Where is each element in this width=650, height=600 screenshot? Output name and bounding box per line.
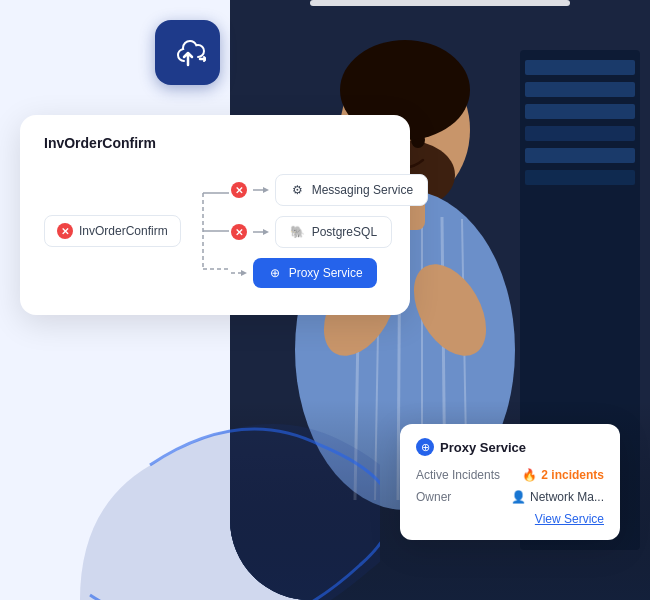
popup-header: ⊕ Proxy Service	[416, 438, 604, 456]
svg-marker-34	[263, 229, 269, 235]
svg-marker-32	[263, 187, 269, 193]
svg-rect-5	[525, 104, 635, 119]
postgresql-branch: ✕ 🐘 PostgreSQL	[231, 216, 428, 248]
postgresql-node: 🐘 PostgreSQL	[275, 216, 392, 248]
error-icon-messaging: ✕	[231, 182, 247, 198]
error-icon-postgresql: ✕	[231, 224, 247, 240]
messaging-service-node: ⚙ Messaging Service	[275, 174, 428, 206]
svg-rect-4	[525, 82, 635, 97]
service-nodes: ✕ ⚙ Messaging Service ✕	[231, 174, 428, 288]
svg-rect-1	[310, 0, 570, 6]
proxy-service-node[interactable]: ⊕ Proxy Service	[253, 258, 377, 288]
svg-rect-8	[525, 170, 635, 185]
popup-service-icon: ⊕	[416, 438, 434, 456]
view-service-link[interactable]: View Service	[416, 512, 604, 526]
proxy-service-label: Proxy Service	[289, 266, 363, 280]
popup-incidents-label: Active Incidents	[416, 468, 500, 482]
person-icon: 👤	[511, 490, 526, 504]
flow-card-title: InvOrderConfirm	[44, 135, 386, 151]
error-icon-source: ✕	[57, 223, 73, 239]
postgresql-label: PostgreSQL	[312, 225, 377, 239]
fire-icon: 🔥	[522, 468, 537, 482]
incidents-count: 2 incidents	[541, 468, 604, 482]
cloud-icon-container	[155, 20, 220, 85]
proxy-service-icon: ⊕	[267, 265, 283, 281]
postgresql-icon: 🐘	[290, 224, 306, 240]
cloud-upload-icon	[170, 39, 206, 67]
svg-marker-36	[241, 270, 247, 276]
flow-diagram: ✕ InvOrderConfirm	[44, 171, 386, 291]
flow-diagram-card: InvOrderConfirm ✕ InvOrderConfirm	[20, 115, 410, 315]
messaging-service-label: Messaging Service	[312, 183, 413, 197]
branch-arrow-messaging	[253, 185, 269, 195]
popup-owner-value: 👤 Network Ma...	[511, 490, 604, 504]
owner-name: Network Ma...	[530, 490, 604, 504]
messaging-branch: ✕ ⚙ Messaging Service	[231, 174, 428, 206]
popup-card: ⊕ Proxy Service Active Incidents 🔥 2 inc…	[400, 424, 620, 540]
source-node-label: InvOrderConfirm	[79, 224, 168, 238]
branches-area: ✕ ⚙ Messaging Service ✕	[201, 171, 428, 291]
branch-arrow-postgresql	[253, 227, 269, 237]
popup-incidents-row: Active Incidents 🔥 2 incidents	[416, 468, 604, 482]
branch-arrow-proxy	[231, 268, 247, 278]
decorative-curve	[60, 420, 380, 600]
source-node: ✕ InvOrderConfirm	[44, 215, 181, 247]
popup-owner-row: Owner 👤 Network Ma...	[416, 490, 604, 504]
messaging-service-icon: ⚙	[290, 182, 306, 198]
svg-rect-3	[525, 60, 635, 75]
svg-rect-6	[525, 126, 635, 141]
popup-owner-label: Owner	[416, 490, 451, 504]
popup-title: Proxy Service	[440, 440, 526, 455]
popup-incidents-value: 🔥 2 incidents	[522, 468, 604, 482]
svg-rect-7	[525, 148, 635, 163]
branch-lines-svg	[201, 171, 231, 291]
proxy-branch: ⊕ Proxy Service	[231, 258, 428, 288]
